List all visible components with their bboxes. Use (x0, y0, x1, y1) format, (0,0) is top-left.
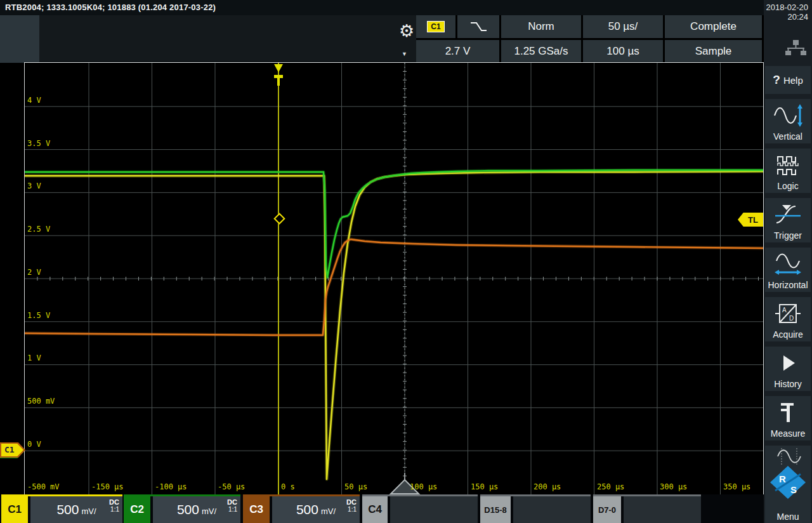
acquire-label: Acquire (765, 329, 811, 340)
channel-coupling: DC1:1 (109, 499, 119, 513)
sine-cursor-icon (773, 447, 803, 466)
header-accent-block (0, 15, 39, 63)
time-label: 20:24 (764, 12, 808, 22)
sidebar-item-vertical[interactable]: Vertical (765, 99, 811, 143)
sidebar-item-menu[interactable]: R S Menu (765, 446, 811, 523)
chevron-down-icon[interactable]: ▼ (402, 51, 407, 57)
svg-text:S: S (790, 484, 797, 495)
trigger-label: Trigger (765, 230, 811, 241)
help-label: Help (783, 75, 803, 86)
horizontal-label: Horizontal (765, 280, 811, 290)
trigger-level-cell[interactable]: 2.7 V (416, 40, 499, 63)
trigger-slope-cell[interactable] (457, 15, 499, 38)
window-title: RTB2004; 1333.1005K04; 101883 (01.204 20… (0, 0, 812, 15)
t-axis-label: 200 µs (534, 482, 561, 491)
channel-settings-c4[interactable] (390, 496, 478, 523)
channel-badge-c2[interactable]: C2 (124, 496, 150, 523)
v-axis-label: 4 V (27, 96, 41, 105)
datetime-display: 2018-02-20 20:24 (764, 0, 812, 38)
svg-text:R: R (779, 473, 786, 484)
sidebar-item-acquire[interactable]: A D Acquire (765, 297, 811, 341)
status-grid: C1 Norm 50 µs/ Complete 2.7 V 1.25 GSa/s… (416, 15, 764, 63)
play-icon (773, 351, 803, 375)
v-axis-label: 0 V (27, 440, 41, 449)
channel-settings-d7-0[interactable] (624, 496, 701, 523)
channel-settings-c3[interactable]: 500mV/DC1:1 (272, 496, 360, 523)
v-axis-label: 500 mV (27, 397, 55, 406)
channel-badge-d7-0[interactable]: D7-0 (593, 496, 621, 523)
t-axis-label: 0 s (281, 482, 295, 491)
rohde-schwarz-logo: R S (769, 465, 807, 500)
acquisition-status-cell[interactable]: Complete (665, 15, 762, 38)
record-time-cell[interactable]: 100 µs (583, 40, 663, 63)
gear-icon[interactable]: ⚙ (397, 20, 416, 42)
adc-icon: A D (773, 301, 803, 326)
sidebar-item-history[interactable]: History (765, 347, 811, 391)
header-bar: ⚙ ▼ C1 Norm 50 µs/ Complete 2.7 V 1.25 G… (0, 15, 764, 63)
sidebar-item-help[interactable]: ? Help (765, 66, 811, 94)
trigger-position-icon (274, 64, 283, 72)
channel-coupling: DC1:1 (227, 499, 237, 513)
caliper-icon (773, 401, 803, 425)
v-axis-label: 3 V (27, 182, 41, 190)
trigger-source-cell[interactable]: C1 (416, 15, 455, 38)
waveform-canvas (25, 63, 763, 494)
v-axis-label: -500 mV (27, 482, 60, 491)
channel-offset-marker[interactable]: C1 (0, 442, 25, 459)
network-icon (784, 39, 807, 56)
sidebar-item-trigger[interactable]: Trigger (765, 198, 811, 242)
channel-bar: C1500mV/DC1:1C2500mV/DC1:1C3500mV/DC1:1C… (0, 494, 764, 523)
sine-horizontal-arrow-icon (773, 252, 803, 276)
t-axis-label: 350 µs (723, 482, 750, 491)
sample-rate-cell[interactable]: 1.25 GSa/s (501, 40, 581, 63)
t-axis-label: -150 µs (91, 482, 124, 491)
v-axis-label: 3.5 V (27, 139, 50, 148)
v-axis-label: 1 V (27, 354, 41, 362)
menu-label: Menu (765, 512, 811, 522)
svg-text:D: D (789, 315, 794, 322)
v-axis-label: 2 V (27, 268, 41, 277)
channel-badge-c4[interactable]: C4 (362, 496, 388, 523)
t-axis-label: 50 µs (344, 482, 367, 491)
trigger-slope-icon (773, 202, 803, 227)
t-axis-label: 300 µs (660, 482, 687, 491)
logic-label: Logic (765, 181, 811, 191)
sidebar: 2018-02-20 20:24 ? Help Vertical Logic (764, 0, 812, 523)
channel-badge-c3[interactable]: C3 (243, 496, 270, 523)
history-label: History (765, 379, 811, 389)
acquisition-mode-cell[interactable]: Sample (665, 40, 762, 63)
trigger-source-badge: C1 (427, 21, 444, 32)
t-axis-label: -50 µs (218, 482, 245, 491)
v-axis-label: 2.5 V (27, 225, 50, 234)
sidebar-item-horizontal[interactable]: Horizontal (765, 248, 811, 292)
sidebar-item-logic[interactable]: Logic (765, 149, 811, 193)
measure-label: Measure (765, 428, 811, 439)
channel-settings-c2[interactable]: 500mV/DC1:1 (153, 496, 240, 523)
channel-settings-d15-8[interactable] (513, 496, 591, 523)
v-axis-label: 1.5 V (27, 311, 50, 320)
sidebar-item-measure[interactable]: Measure (765, 396, 811, 440)
falling-edge-icon (469, 20, 488, 33)
channel-badge-d15-8[interactable]: D15-8 (480, 496, 511, 523)
question-mark-icon: ? (773, 73, 780, 87)
waveform-display[interactable]: 4 V 3.5 V 3 V 2.5 V 2 V 1.5 V 1 V 500 mV… (24, 62, 764, 495)
date-label: 2018-02-20 (764, 3, 808, 12)
t-axis-label: 100 µs (410, 482, 437, 491)
t-axis-label: -100 µs (155, 482, 187, 491)
svg-text:A: A (782, 307, 787, 314)
channel-settings-c1[interactable]: 500mV/DC1:1 (30, 496, 122, 523)
vertical-label: Vertical (765, 131, 811, 142)
t-axis-label: 250 µs (597, 482, 624, 491)
channel-coupling: DC1:1 (346, 499, 357, 513)
sine-vertical-arrow-icon (773, 103, 803, 128)
trigger-mode-cell[interactable]: Norm (501, 15, 581, 38)
digital-waveform-icon (773, 153, 803, 177)
timebase-cell[interactable]: 50 µs/ (583, 15, 663, 38)
channel-badge-c1[interactable]: C1 (1, 496, 28, 523)
t-axis-label: 150 µs (471, 482, 498, 491)
